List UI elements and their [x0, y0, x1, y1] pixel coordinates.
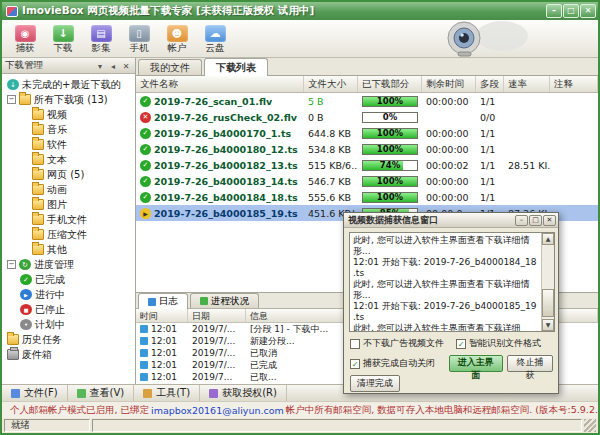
maximize-button[interactable]: □ [563, 4, 579, 18]
dialog-log-line: 此时, 您可以进入软件主界面查看下载详细情形... [353, 279, 538, 301]
collapse-expander-icon[interactable] [7, 95, 16, 104]
progress-cell: 100% [358, 192, 422, 203]
stop-capture-button[interactable]: 终止捕获 [507, 355, 553, 372]
table-row[interactable]: 2019-7-26_b4000184_18.ts 555.6 KB 100% 0… [136, 189, 598, 205]
column-header-filename[interactable]: 文件名称 [136, 76, 304, 92]
segments-cell: 1/1 [476, 176, 504, 187]
sidebar-item-scheduled[interactable]: 计划中 [2, 317, 135, 332]
checkbox-icon[interactable] [350, 339, 360, 349]
enter-main-button[interactable]: 进入主界面 [449, 355, 503, 372]
checkbox-icon[interactable] [456, 339, 466, 349]
sidebar-item-webpage[interactable]: 网页 (5) [2, 167, 135, 182]
toolbar-download-button[interactable]: 下载 [44, 22, 82, 56]
sidebar-close-icon[interactable] [120, 60, 132, 72]
menu-tools[interactable]: 工具(T) [134, 385, 200, 401]
sidebar-item-all-downloads[interactable]: 所有下载项 (13) [2, 92, 135, 107]
toolbar-album-button[interactable]: 影集 [82, 22, 120, 56]
close-button[interactable]: ✕ [580, 4, 596, 18]
resize-grip[interactable] [584, 419, 596, 432]
sidebar-item-history[interactable]: 历史任务 [2, 332, 135, 347]
progress-bar: 100% [362, 96, 418, 107]
column-header-time[interactable]: 时间 [136, 309, 188, 322]
collapse-expander-icon[interactable] [7, 260, 16, 269]
sidebar-item-images[interactable]: 图片 [2, 197, 135, 212]
scroll-up-icon[interactable] [542, 233, 554, 245]
sidebar-item-recent[interactable]: 未完成的+最近下载的 [2, 77, 135, 92]
tab-process-status[interactable]: 进程状况 [190, 293, 259, 308]
file-status-icon [140, 160, 151, 171]
column-header-filesize[interactable]: 文件大小 [304, 76, 358, 92]
dialog-log-area[interactable]: 此时, 您可以进入软件主界面查看下载详细情形... 12:01 开始下载: 20… [349, 232, 555, 332]
dialog-close-button[interactable] [543, 215, 556, 226]
checkbox-icon[interactable] [350, 359, 360, 369]
scroll-down-icon[interactable] [542, 319, 554, 331]
sidebar-item-in-progress[interactable]: 进行中 [2, 287, 135, 302]
table-row[interactable]: 2019-7-26_b4000170_1.ts 644.8 KB 100% 00… [136, 125, 598, 141]
tree-label: 废件箱 [22, 348, 52, 362]
menu-file[interactable]: 文件(F) [2, 385, 68, 401]
dialog-log-line: 12:01 开始下载: 2019-7-26_b4000185_19 .ts [353, 301, 538, 323]
folder-icon [32, 139, 44, 150]
tab-log[interactable]: 日志 [138, 293, 188, 309]
sidebar-item-phone-files[interactable]: 手机文件 [2, 212, 135, 227]
sidebar-item-progress-management[interactable]: 进度管理 [2, 257, 135, 272]
remaining-time-cell: 00:00:00 [422, 96, 476, 107]
table-row[interactable]: 2019-7-26_b4000182_13.ts 515 KB/6... 74%… [136, 157, 598, 173]
log-time: 12:01 [151, 324, 177, 334]
tab-my-files[interactable]: 我的文件 [138, 59, 202, 75]
checkbox-no-ad-videos[interactable]: 不下载广告视频文件 [350, 337, 456, 350]
sidebar-dropdown-icon[interactable] [94, 60, 106, 72]
toolbar-capture-button[interactable]: 捕获 [6, 22, 44, 56]
checkbox-smart-format[interactable]: 智能识别文件格式 [456, 337, 541, 350]
clear-completed-button[interactable]: 清理完成 [350, 375, 400, 392]
toolbar-phone-button[interactable]: 手机 [120, 22, 158, 56]
folder-icon [32, 154, 44, 165]
sidebar-item-recycle-bin[interactable]: 废件箱 [2, 347, 135, 362]
file-size-cell: 5 B [304, 96, 358, 107]
file-table-header: 文件名称 文件大小 已下载部分 剩余时间 多段 速率 注释 [136, 76, 598, 93]
column-header-note[interactable]: 注释 [550, 76, 598, 92]
column-header-downloaded[interactable]: 已下载部分 [358, 76, 422, 92]
dialog-titlebar[interactable]: 视频数据捕获信息窗口 [344, 213, 558, 228]
sidebar-item-stopped[interactable]: 已停止 [2, 302, 135, 317]
column-header-speed[interactable]: 速率 [504, 76, 550, 92]
file-size-cell: 515 KB/6... [304, 160, 358, 171]
status-message-suffix: 帐户中所有邮箱空间, 数据可存入本地电脑和远程邮箱空间. (版本号:5.9.2.… [286, 404, 598, 417]
sidebar-item-video[interactable]: 视频 [2, 107, 135, 122]
file-status-icon [140, 96, 151, 107]
table-row[interactable]: 2019-7-26_rusCheck_02.flv 0 B 0% 0/0 [136, 109, 598, 125]
sidebar-item-animation[interactable]: 动画 [2, 182, 135, 197]
menu-file-label: 文件(F) [24, 386, 58, 400]
progress-text: 100% [363, 97, 417, 106]
table-row[interactable]: 2019-7-26_scan_01.flv 5 B 100% 00:00:00 … [136, 93, 598, 109]
sidebar-item-text[interactable]: 文本 [2, 152, 135, 167]
column-header-segments[interactable]: 多段 [476, 76, 504, 92]
sidebar-collapse-icon[interactable] [107, 60, 119, 72]
tab-download-list[interactable]: 下载列表 [204, 58, 268, 76]
menu-get-license[interactable]: 获取授权(R) [200, 385, 287, 401]
dialog-maximize-button[interactable] [529, 215, 542, 226]
tree-label: 软件 [47, 138, 67, 152]
table-row[interactable]: 2019-7-26_b4000180_12.ts 534.8 KB 100% 0… [136, 141, 598, 157]
menu-view[interactable]: 查看(V) [68, 385, 135, 401]
sidebar-item-other[interactable]: 其他 [2, 242, 135, 257]
scroll-thumb[interactable] [542, 289, 554, 317]
dialog-log-scrollbar[interactable] [541, 233, 554, 331]
file-size-cell: 0 B [304, 112, 358, 123]
file-status-icon [140, 192, 151, 203]
toolbar-account-button[interactable]: 帐户 [158, 22, 196, 56]
minimize-button[interactable]: – [546, 4, 562, 18]
sidebar-item-archives[interactable]: 压缩文件 [2, 227, 135, 242]
column-header-remaining[interactable]: 剩余时间 [422, 76, 476, 92]
toolbar-cloud-button[interactable]: 云盘 [196, 22, 234, 56]
dialog-minimize-button[interactable] [515, 215, 528, 226]
table-row[interactable]: 2019-7-26_b4000183_14.ts 546.7 KB 100% 0… [136, 173, 598, 189]
album-icon [91, 25, 112, 42]
toolbar-capture-label: 捕获 [16, 43, 35, 53]
column-header-date[interactable]: 日期 [188, 309, 246, 322]
sidebar-item-music[interactable]: 音乐 [2, 122, 135, 137]
sidebar-item-completed[interactable]: 已完成 [2, 272, 135, 287]
segments-cell: 1/1 [476, 144, 504, 155]
sidebar-item-software[interactable]: 软件 [2, 137, 135, 152]
checkbox-auto-close[interactable]: 捕获完成自动关闭 [350, 357, 445, 370]
